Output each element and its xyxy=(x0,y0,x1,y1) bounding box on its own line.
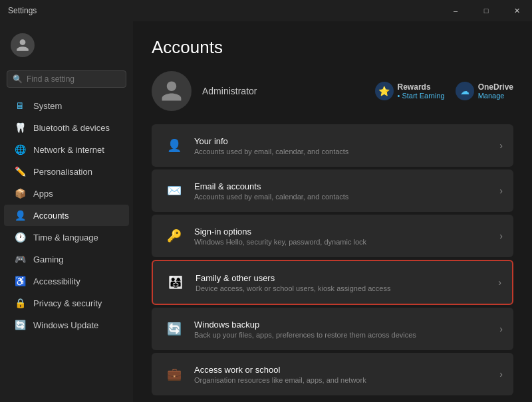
row-icon-work: 💼 xyxy=(162,362,186,386)
sidebar-item-system[interactable]: 🖥 System xyxy=(4,95,129,116)
profile-actions: ⭐ Rewards • Start Earning ☁ OneDrive Man… xyxy=(375,82,513,100)
sidebar-item-privacy[interactable]: 🔒 Privacy & security xyxy=(4,292,129,314)
page-title: Accounts xyxy=(152,37,513,58)
nav-label-privacy: Privacy & security xyxy=(33,298,102,308)
sidebar-item-accounts[interactable]: 👤 Accounts xyxy=(4,205,129,226)
row-icon-signin: 🔑 xyxy=(162,224,186,248)
nav-icon-personalisation: ✏️ xyxy=(15,166,25,177)
chevron-icon-family: › xyxy=(498,277,501,288)
row-text-signin: Sign-in options Windows Hello, security … xyxy=(194,227,499,246)
nav-icon-network: 🌐 xyxy=(15,144,25,155)
rewards-title: Rewards xyxy=(398,82,445,92)
row-icon-backup: 🔄 xyxy=(162,317,186,341)
nav-icon-accessibility: ♿ xyxy=(15,276,25,286)
nav-label-bluetooth: Bluetooth & devices xyxy=(33,123,110,133)
nav-icon-gaming: 🎮 xyxy=(15,254,25,264)
profile-avatar xyxy=(152,71,192,111)
main-content: Accounts Administrator ⭐ Rewards • Start… xyxy=(133,21,532,402)
nav-icon-update: 🔄 xyxy=(15,320,25,330)
row-title-backup: Windows backup xyxy=(194,320,499,330)
sidebar-item-update[interactable]: 🔄 Windows Update xyxy=(4,314,129,336)
nav-label-system: System xyxy=(33,101,62,111)
titlebar-controls: – □ ✕ xyxy=(440,0,532,21)
nav-label-network: Network & internet xyxy=(33,145,104,155)
nav-icon-accounts: 👤 xyxy=(15,210,25,221)
minimize-button[interactable]: – xyxy=(440,0,471,21)
row-title-your-info: Your info xyxy=(194,136,499,146)
chevron-icon-work: › xyxy=(499,369,503,379)
nav-label-apps: Apps xyxy=(33,189,53,199)
nav-label-update: Windows Update xyxy=(33,320,98,330)
sidebar-item-network[interactable]: 🌐 Network & internet xyxy=(4,139,129,160)
app-container: 🔍 🖥 System 🦷 Bluetooth & devices 🌐 Netwo… xyxy=(0,21,532,402)
profile-name: Administrator xyxy=(202,86,257,96)
nav-icon-system: 🖥 xyxy=(15,100,25,111)
row-title-email: Email & accounts xyxy=(194,181,499,191)
row-desc-your-info: Accounts used by email, calendar, and co… xyxy=(194,148,499,155)
sidebar-item-personalisation[interactable]: ✏️ Personalisation xyxy=(4,161,129,182)
chevron-icon-email: › xyxy=(499,185,503,196)
onedrive-action[interactable]: ☁ OneDrive Manage xyxy=(456,82,513,100)
maximize-button[interactable]: □ xyxy=(471,0,501,21)
nav-label-accessibility: Accessibility xyxy=(33,276,80,286)
sidebar-item-accessibility[interactable]: ♿ Accessibility xyxy=(4,270,129,292)
row-text-family: Family & other users Device access, work… xyxy=(196,273,498,292)
nav-icon-bluetooth: 🦷 xyxy=(15,122,25,133)
sidebar: 🔍 🖥 System 🦷 Bluetooth & devices 🌐 Netwo… xyxy=(0,21,133,402)
titlebar-title: Settings xyxy=(8,6,37,15)
nav-label-personalisation: Personalisation xyxy=(33,167,92,177)
row-icon-your-info: 👤 xyxy=(162,134,186,157)
titlebar: Settings – □ ✕ xyxy=(0,0,532,21)
row-desc-family: Device access, work or school users, kio… xyxy=(196,284,498,292)
search-icon: 🔍 xyxy=(13,74,23,84)
row-icon-family: 👨‍👩‍👧 xyxy=(164,270,188,294)
settings-row-backup[interactable]: 🔄 Windows backup Back up your files, app… xyxy=(152,308,513,350)
sidebar-item-time[interactable]: 🕐 Time & language xyxy=(4,227,129,248)
avatar xyxy=(11,33,35,57)
nav-icon-privacy: 🔒 xyxy=(15,298,25,308)
close-button[interactable]: ✕ xyxy=(501,0,532,21)
row-desc-signin: Windows Hello, security key, password, d… xyxy=(194,238,499,246)
profile-info: Administrator xyxy=(152,71,257,111)
row-title-work: Access work or school xyxy=(194,365,499,375)
search-input[interactable] xyxy=(27,74,126,84)
row-text-email: Email & accounts Accounts used by email,… xyxy=(194,181,499,201)
row-text-your-info: Your info Accounts used by email, calend… xyxy=(194,136,499,155)
row-desc-work: Organisation resources like email, apps,… xyxy=(194,376,499,384)
rewards-icon: ⭐ xyxy=(375,82,394,100)
sidebar-item-bluetooth[interactable]: 🦷 Bluetooth & devices xyxy=(4,117,129,138)
rewards-text: Rewards • Start Earning xyxy=(398,82,445,100)
sidebar-item-apps[interactable]: 📦 Apps xyxy=(4,183,129,204)
row-icon-email: ✉️ xyxy=(162,179,186,203)
chevron-icon-your-info: › xyxy=(499,140,503,151)
row-text-work: Access work or school Organisation resou… xyxy=(194,365,499,384)
chevron-icon-signin: › xyxy=(499,231,503,241)
row-text-backup: Windows backup Back up your files, apps,… xyxy=(194,320,499,339)
nav-label-gaming: Gaming xyxy=(33,254,64,264)
row-desc-backup: Back up your files, apps, preferences to… xyxy=(194,331,499,339)
onedrive-sub: Manage xyxy=(478,92,513,100)
settings-row-your-info[interactable]: 👤 Your info Accounts used by email, cale… xyxy=(152,124,513,167)
rewards-action[interactable]: ⭐ Rewards • Start Earning xyxy=(375,82,445,100)
row-desc-email: Accounts used by email, calendar, and co… xyxy=(194,193,499,201)
search-box[interactable]: 🔍 xyxy=(7,70,126,88)
onedrive-title: OneDrive xyxy=(478,82,513,92)
chevron-icon-backup: › xyxy=(499,324,503,334)
sidebar-user xyxy=(0,27,133,68)
sidebar-item-gaming[interactable]: 🎮 Gaming xyxy=(4,249,129,270)
settings-row-work[interactable]: 💼 Access work or school Organisation res… xyxy=(152,353,513,395)
nav-icon-time: 🕐 xyxy=(15,232,25,243)
settings-row-email[interactable]: ✉️ Email & accounts Accounts used by ema… xyxy=(152,169,513,212)
settings-rows-container: 👤 Your info Accounts used by email, cale… xyxy=(152,124,513,395)
nav-icon-apps: 📦 xyxy=(15,188,25,199)
nav-label-accounts: Accounts xyxy=(33,211,68,221)
nav-list: 🖥 System 🦷 Bluetooth & devices 🌐 Network… xyxy=(0,94,133,336)
row-title-signin: Sign-in options xyxy=(194,227,499,237)
settings-row-signin[interactable]: 🔑 Sign-in options Windows Hello, securit… xyxy=(152,215,513,257)
rewards-sub: • Start Earning xyxy=(398,92,445,100)
row-title-family: Family & other users xyxy=(196,273,498,283)
profile-header: Administrator ⭐ Rewards • Start Earning … xyxy=(152,71,513,111)
onedrive-text: OneDrive Manage xyxy=(478,82,513,100)
onedrive-icon: ☁ xyxy=(456,82,474,100)
settings-row-family[interactable]: 👨‍👩‍👧 Family & other users Device access… xyxy=(152,260,513,305)
